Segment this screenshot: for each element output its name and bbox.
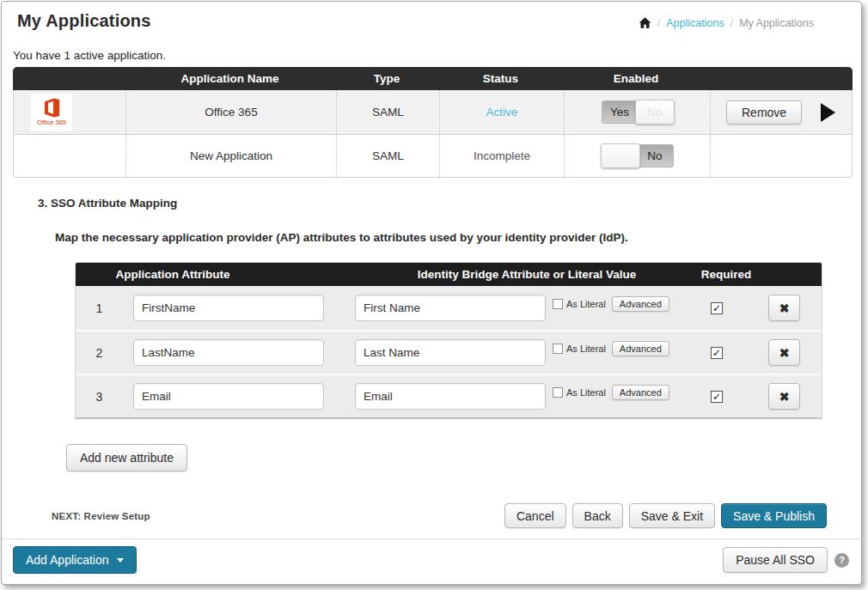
delete-attribute-button[interactable]: ✖: [768, 339, 800, 366]
toggle-knob[interactable]: [601, 143, 640, 168]
delete-attribute-button[interactable]: ✖: [768, 295, 800, 321]
office365-logo-icon: [42, 98, 62, 118]
required-checkbox[interactable]: ✓: [711, 391, 723, 403]
breadcrumb-separator: /: [730, 17, 733, 29]
enabled-toggle-office365[interactable]: Yes No: [602, 100, 674, 124]
row-number: 1: [76, 301, 123, 315]
row-number: 3: [76, 390, 123, 404]
as-literal-checkbox[interactable]: [553, 387, 563, 398]
office365-logo: Office 365: [14, 90, 125, 134]
toggle-on-label: Yes: [602, 101, 638, 123]
back-button[interactable]: Back: [572, 503, 623, 528]
wizard-buttons: Cancel Back Save & Exit Save & Publish: [504, 503, 827, 528]
application-type: SAML: [336, 90, 439, 134]
actions-cell: Remove: [710, 90, 852, 134]
applications-table-header: Application Name Type Status Enabled: [13, 67, 853, 90]
add-application-label: Add Application: [26, 553, 109, 567]
column-logo: [13, 67, 125, 90]
toggle-knob[interactable]: No: [635, 100, 675, 125]
main-content: My Applications / Applications / My Appl…: [2, 2, 861, 538]
sso-attribute-mapping-description: Map the necessary application provider (…: [55, 231, 853, 244]
breadcrumb-separator: /: [657, 17, 660, 29]
as-literal-label: As Literal: [566, 387, 606, 398]
footer-bar: Add Application Pause All SSO ?: [2, 538, 861, 584]
status-active-label: Active: [486, 106, 518, 119]
required-checkbox[interactable]: ✓: [711, 302, 723, 314]
active-application-count: You have 1 active application.: [13, 49, 853, 62]
column-required: Required: [701, 263, 752, 286]
application-status: Incomplete: [439, 135, 564, 177]
as-literal-checkbox[interactable]: [553, 344, 563, 354]
save-publish-button[interactable]: Save & Publish: [721, 503, 827, 528]
application-status: Active: [439, 90, 564, 134]
enabled-cell: No: [564, 135, 710, 177]
column-application-name: Application Name: [125, 67, 335, 90]
actions-cell: [710, 135, 852, 177]
page-title: My Applications: [17, 11, 151, 31]
status-incomplete-label: Incomplete: [474, 149, 530, 162]
column-application-attribute: Application Attribute: [116, 263, 230, 286]
as-literal-label: As Literal: [566, 344, 606, 354]
attribute-table-header: Application Attribute Identity Bridge At…: [76, 263, 822, 286]
application-attribute-input[interactable]: [133, 339, 324, 366]
as-literal-label: As Literal: [566, 299, 606, 309]
application-attribute-input[interactable]: [133, 383, 324, 410]
application-type: SAML: [336, 135, 439, 177]
add-new-attribute-button[interactable]: Add new attribute: [66, 444, 187, 471]
table-row-new-application[interactable]: New Application SAML Incomplete No: [13, 135, 853, 178]
column-actions: [709, 67, 853, 90]
application-attribute-input[interactable]: [133, 295, 324, 321]
help-icon[interactable]: ?: [834, 553, 849, 568]
save-exit-button[interactable]: Save & Exit: [629, 503, 715, 528]
application-name: Office 365: [125, 90, 336, 134]
required-checkbox[interactable]: ✓: [711, 347, 723, 359]
expand-arrow-icon[interactable]: [821, 103, 835, 122]
enabled-toggle-new-application[interactable]: No: [602, 144, 674, 167]
home-icon[interactable]: [639, 16, 651, 29]
advanced-button[interactable]: Advanced: [612, 385, 669, 400]
breadcrumb-current: My Applications: [739, 17, 814, 29]
sso-attribute-mapping-heading: 3. SSO Attribute Mapping: [38, 197, 853, 210]
chevron-down-icon: [117, 558, 124, 563]
identity-bridge-attribute-input[interactable]: [355, 295, 546, 321]
advanced-button[interactable]: Advanced: [612, 296, 669, 312]
breadcrumb-link-applications[interactable]: Applications: [666, 17, 724, 29]
column-identity-bridge-attribute: Identity Bridge Attribute or Literal Val…: [418, 263, 637, 286]
page-header: My Applications / Applications / My Appl…: [13, 2, 853, 31]
attribute-row-1: 1 As Literal Advanced ✓ ✖: [76, 286, 822, 330]
application-name: New Application: [125, 135, 336, 177]
identity-bridge-attribute-input[interactable]: [355, 383, 546, 410]
enabled-cell: Yes No: [564, 90, 710, 134]
toggle-off-label: No: [638, 145, 673, 167]
column-enabled: Enabled: [563, 67, 709, 90]
delete-attribute-button[interactable]: ✖: [768, 383, 800, 410]
add-application-dropdown-button[interactable]: Add Application: [13, 546, 137, 574]
table-row-office365[interactable]: Office 365 Office 365 SAML Active Yes No…: [13, 90, 853, 135]
identity-bridge-attribute-input[interactable]: [355, 339, 546, 366]
app-window: My Applications / Applications / My Appl…: [1, 1, 862, 585]
applications-table: Application Name Type Status Enabled Off…: [13, 67, 853, 178]
wizard-actions-row: NEXT: Review Setup Cancel Back Save & Ex…: [52, 503, 853, 528]
attribute-row-2: 2 As Literal Advanced ✓ ✖: [76, 330, 822, 374]
remove-button[interactable]: Remove: [726, 100, 802, 125]
attribute-row-3: 3 As Literal Advanced ✓ ✖: [76, 374, 822, 417]
footer-right-group: Pause All SSO ?: [723, 547, 849, 573]
row-number: 2: [76, 346, 123, 360]
as-literal-checkbox[interactable]: [553, 299, 563, 309]
next-step-label: NEXT: Review Setup: [52, 511, 150, 521]
office365-logo-text: Office 365: [37, 119, 66, 126]
advanced-button[interactable]: Advanced: [612, 341, 669, 356]
breadcrumb: / Applications / My Applications: [639, 16, 814, 29]
pause-all-sso-button[interactable]: Pause All SSO: [723, 547, 828, 573]
attribute-mapping-table: Application Attribute Identity Bridge At…: [75, 262, 822, 419]
column-status: Status: [438, 67, 563, 90]
empty-logo-cell: [14, 135, 125, 177]
cancel-button[interactable]: Cancel: [504, 503, 566, 528]
column-type: Type: [335, 67, 438, 90]
